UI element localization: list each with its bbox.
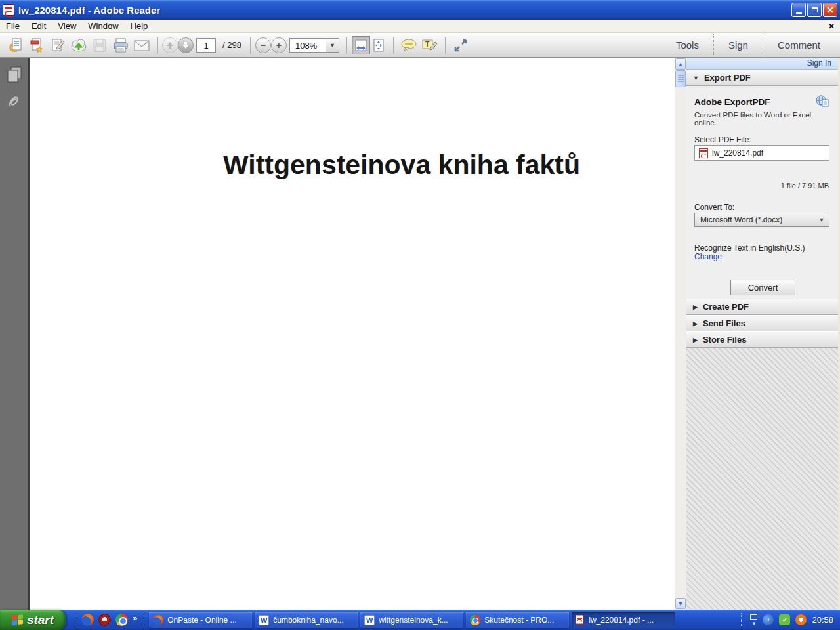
- fullscreen-button[interactable]: [452, 36, 470, 54]
- minimize-button[interactable]: [791, 3, 806, 17]
- restore-icon: [812, 7, 818, 12]
- text-annotation-button[interactable]: T: [421, 36, 439, 54]
- system-tray: ▾ ‹ ✓ 20:58: [741, 610, 840, 630]
- email-button[interactable]: [133, 36, 151, 54]
- zoom-level-value: 108%: [290, 39, 326, 52]
- send-files-header-label: Send Files: [703, 318, 746, 328]
- change-language-link[interactable]: Change: [694, 252, 722, 261]
- svg-text:T: T: [425, 41, 429, 48]
- fit-page-button[interactable]: [370, 36, 388, 54]
- quick-launch-overflow-chevron[interactable]: »: [133, 613, 137, 623]
- title-bar: lw_220814.pdf - Adobe Reader ✕: [0, 0, 840, 20]
- previous-page-button[interactable]: [162, 37, 178, 53]
- create-pdf-icon: [29, 37, 45, 53]
- page-number-input[interactable]: 1: [196, 38, 216, 52]
- sign-document-button[interactable]: [49, 36, 67, 54]
- main-area: Wittgensteinova kniha faktů ▲ ▼ Sign In …: [0, 58, 840, 610]
- convert-button[interactable]: Convert: [730, 280, 795, 295]
- selected-file-box[interactable]: lw_220814.pdf: [694, 145, 830, 161]
- taskbar-item-label: lw_220814.pdf - ...: [589, 616, 654, 625]
- taskbar: start » OnPaste - Online ... W čumboknih…: [0, 610, 840, 630]
- scrollbar-thumb[interactable]: [675, 70, 686, 87]
- convert-format-value: Microsoft Word (*.docx): [695, 215, 814, 224]
- create-pdf-button[interactable]: [28, 36, 46, 54]
- close-document-icon[interactable]: ✕: [828, 22, 835, 31]
- fit-page-icon: [372, 38, 387, 52]
- taskbar-item-wittgensteinova[interactable]: W wittgensteinova_k...: [360, 612, 463, 628]
- chrome-icon[interactable]: [116, 614, 128, 626]
- menu-edit[interactable]: Edit: [26, 20, 52, 32]
- export-app-name: Adobe ExportPDF: [694, 97, 770, 107]
- collapsed-triangle-icon: ▶: [693, 320, 698, 327]
- text-annotation-icon: T: [421, 37, 438, 53]
- send-files-section-header[interactable]: ▶ Send Files: [686, 315, 838, 331]
- fullscreen-icon: [453, 37, 469, 53]
- hide-inactive-icons-chevron[interactable]: ‹: [763, 614, 774, 625]
- expanded-triangle-icon: ▼: [693, 75, 699, 81]
- export-pdf-section-header[interactable]: ▼ Export PDF: [686, 70, 838, 86]
- tab-sign[interactable]: Sign: [714, 37, 763, 54]
- convert-format-select[interactable]: Microsoft Word (*.docx) ▼: [694, 213, 830, 227]
- save-button[interactable]: [91, 36, 109, 54]
- orange-tray-icon[interactable]: [795, 614, 807, 625]
- print-icon: [112, 37, 129, 53]
- paperclip-icon: [6, 92, 23, 112]
- taskbar-item-label: Skutečnost - PRO...: [484, 616, 554, 625]
- page-down-icon: [182, 41, 190, 49]
- open-file-icon: [8, 37, 24, 53]
- restore-button[interactable]: [807, 3, 822, 17]
- menu-file[interactable]: File: [0, 20, 26, 32]
- collapsed-triangle-icon: ▶: [693, 304, 698, 310]
- store-files-section-header[interactable]: ▶ Store Files: [686, 331, 838, 348]
- zoom-dropdown-arrow-icon[interactable]: ▼: [326, 39, 339, 52]
- menu-bar: File Edit View Window Help ✕: [0, 20, 840, 33]
- fit-width-icon: [354, 38, 368, 52]
- sign-in-link[interactable]: Sign In: [686, 58, 838, 70]
- green-check-tray-icon[interactable]: ✓: [779, 614, 790, 625]
- close-icon: ✕: [826, 5, 834, 15]
- selected-file-name: lw_220814.pdf: [712, 148, 763, 158]
- open-file-button[interactable]: [7, 36, 25, 54]
- attachments-button[interactable]: [6, 92, 23, 112]
- menu-window[interactable]: Window: [82, 20, 124, 32]
- taskbar-item-skutecnost[interactable]: Skutečnost - PRO...: [466, 612, 569, 628]
- scroll-up-button[interactable]: ▲: [675, 58, 686, 70]
- opera-icon[interactable]: [98, 614, 111, 626]
- taskbar-item-cumbokniha[interactable]: W čumbokniha_navo...: [255, 612, 358, 628]
- zoom-in-button[interactable]: +: [271, 37, 287, 53]
- word-icon: W: [364, 615, 375, 625]
- firefox-icon[interactable]: [81, 614, 94, 626]
- toolbar-grip[interactable]: [75, 614, 77, 627]
- scroll-down-button[interactable]: ▼: [675, 598, 686, 609]
- pdf-page: Wittgensteinova kniha faktů: [30, 58, 675, 610]
- start-button[interactable]: start: [0, 610, 66, 630]
- format-dropdown-arrow-icon: ▼: [814, 217, 829, 223]
- fit-width-button[interactable]: [352, 36, 370, 54]
- pdf-file-icon: [699, 148, 708, 158]
- minimize-icon: [796, 12, 802, 14]
- taskbar-item-lw-pdf[interactable]: lw_220814.pdf - ...: [572, 612, 675, 628]
- toolbar: 1 / 298 − + 108% ▼: [0, 33, 840, 58]
- firefox-icon: [153, 615, 163, 625]
- toolbar-grip[interactable]: [142, 614, 144, 627]
- toolbar-grip[interactable]: [741, 613, 744, 627]
- menu-help[interactable]: Help: [125, 20, 154, 32]
- next-page-button[interactable]: [178, 37, 194, 53]
- desktop-toolbar-icon[interactable]: ▾: [750, 614, 757, 627]
- tab-tools[interactable]: Tools: [662, 37, 713, 54]
- zoom-level-select[interactable]: 108% ▼: [289, 38, 339, 52]
- zoom-out-button[interactable]: −: [255, 37, 271, 53]
- document-scrollbar[interactable]: ▲ ▼: [675, 58, 686, 610]
- navigation-pane-strip: [0, 58, 30, 610]
- create-pdf-section-header[interactable]: ▶ Create PDF: [686, 299, 838, 315]
- print-button[interactable]: [112, 36, 130, 54]
- taskbar-item-onpaste[interactable]: OnPaste - Online ...: [149, 612, 252, 628]
- sticky-note-button[interactable]: [400, 36, 418, 54]
- close-button[interactable]: ✕: [823, 3, 837, 17]
- upload-cloud-button[interactable]: [70, 36, 88, 54]
- online-service-icon: [816, 95, 829, 107]
- page-thumbnails-button[interactable]: [6, 66, 23, 84]
- save-icon: [93, 38, 107, 52]
- menu-view[interactable]: View: [52, 20, 82, 32]
- tab-comment[interactable]: Comment: [763, 37, 835, 54]
